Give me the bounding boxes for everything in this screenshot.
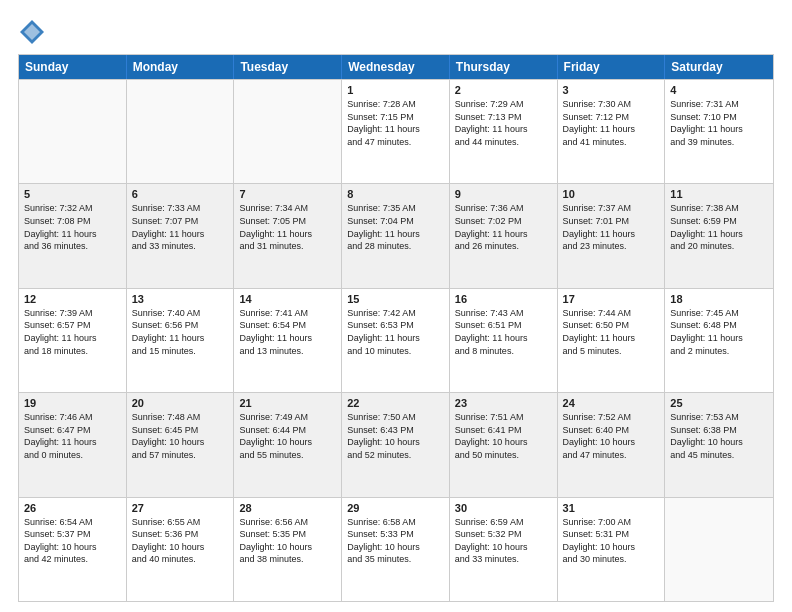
header	[18, 18, 774, 46]
cal-cell-2-5: 17Sunrise: 7:44 AM Sunset: 6:50 PM Dayli…	[558, 289, 666, 392]
cell-info-text: Sunrise: 7:50 AM Sunset: 6:43 PM Dayligh…	[347, 411, 444, 461]
cal-cell-0-3: 1Sunrise: 7:28 AM Sunset: 7:15 PM Daylig…	[342, 80, 450, 183]
day-number: 2	[455, 84, 552, 96]
cal-cell-2-6: 18Sunrise: 7:45 AM Sunset: 6:48 PM Dayli…	[665, 289, 773, 392]
cal-cell-0-1	[127, 80, 235, 183]
calendar-row-2: 12Sunrise: 7:39 AM Sunset: 6:57 PM Dayli…	[19, 288, 773, 392]
cal-cell-4-5: 31Sunrise: 7:00 AM Sunset: 5:31 PM Dayli…	[558, 498, 666, 601]
cal-cell-0-0	[19, 80, 127, 183]
day-number: 9	[455, 188, 552, 200]
cell-info-text: Sunrise: 7:42 AM Sunset: 6:53 PM Dayligh…	[347, 307, 444, 357]
calendar: SundayMondayTuesdayWednesdayThursdayFrid…	[18, 54, 774, 602]
day-number: 12	[24, 293, 121, 305]
day-number: 29	[347, 502, 444, 514]
cell-info-text: Sunrise: 7:28 AM Sunset: 7:15 PM Dayligh…	[347, 98, 444, 148]
cell-info-text: Sunrise: 7:44 AM Sunset: 6:50 PM Dayligh…	[563, 307, 660, 357]
day-number: 22	[347, 397, 444, 409]
day-number: 23	[455, 397, 552, 409]
calendar-header-row: SundayMondayTuesdayWednesdayThursdayFrid…	[19, 55, 773, 79]
cal-cell-3-0: 19Sunrise: 7:46 AM Sunset: 6:47 PM Dayli…	[19, 393, 127, 496]
calendar-row-3: 19Sunrise: 7:46 AM Sunset: 6:47 PM Dayli…	[19, 392, 773, 496]
cell-info-text: Sunrise: 7:53 AM Sunset: 6:38 PM Dayligh…	[670, 411, 768, 461]
cal-cell-3-3: 22Sunrise: 7:50 AM Sunset: 6:43 PM Dayli…	[342, 393, 450, 496]
cal-cell-4-3: 29Sunrise: 6:58 AM Sunset: 5:33 PM Dayli…	[342, 498, 450, 601]
day-number: 20	[132, 397, 229, 409]
cell-info-text: Sunrise: 6:58 AM Sunset: 5:33 PM Dayligh…	[347, 516, 444, 566]
cell-info-text: Sunrise: 7:52 AM Sunset: 6:40 PM Dayligh…	[563, 411, 660, 461]
cell-info-text: Sunrise: 7:48 AM Sunset: 6:45 PM Dayligh…	[132, 411, 229, 461]
header-cell-tuesday: Tuesday	[234, 55, 342, 79]
cal-cell-2-0: 12Sunrise: 7:39 AM Sunset: 6:57 PM Dayli…	[19, 289, 127, 392]
calendar-body: 1Sunrise: 7:28 AM Sunset: 7:15 PM Daylig…	[19, 79, 773, 601]
cal-cell-0-5: 3Sunrise: 7:30 AM Sunset: 7:12 PM Daylig…	[558, 80, 666, 183]
header-cell-monday: Monday	[127, 55, 235, 79]
cell-info-text: Sunrise: 7:45 AM Sunset: 6:48 PM Dayligh…	[670, 307, 768, 357]
cell-info-text: Sunrise: 6:59 AM Sunset: 5:32 PM Dayligh…	[455, 516, 552, 566]
header-cell-thursday: Thursday	[450, 55, 558, 79]
cal-cell-2-4: 16Sunrise: 7:43 AM Sunset: 6:51 PM Dayli…	[450, 289, 558, 392]
cell-info-text: Sunrise: 7:00 AM Sunset: 5:31 PM Dayligh…	[563, 516, 660, 566]
day-number: 11	[670, 188, 768, 200]
logo-icon	[18, 18, 46, 46]
cell-info-text: Sunrise: 7:37 AM Sunset: 7:01 PM Dayligh…	[563, 202, 660, 252]
day-number: 25	[670, 397, 768, 409]
header-cell-wednesday: Wednesday	[342, 55, 450, 79]
cell-info-text: Sunrise: 7:31 AM Sunset: 7:10 PM Dayligh…	[670, 98, 768, 148]
cal-cell-4-0: 26Sunrise: 6:54 AM Sunset: 5:37 PM Dayli…	[19, 498, 127, 601]
day-number: 6	[132, 188, 229, 200]
cal-cell-1-3: 8Sunrise: 7:35 AM Sunset: 7:04 PM Daylig…	[342, 184, 450, 287]
page: SundayMondayTuesdayWednesdayThursdayFrid…	[0, 0, 792, 612]
day-number: 27	[132, 502, 229, 514]
day-number: 4	[670, 84, 768, 96]
day-number: 19	[24, 397, 121, 409]
cal-cell-1-1: 6Sunrise: 7:33 AM Sunset: 7:07 PM Daylig…	[127, 184, 235, 287]
header-cell-friday: Friday	[558, 55, 666, 79]
day-number: 30	[455, 502, 552, 514]
day-number: 5	[24, 188, 121, 200]
day-number: 1	[347, 84, 444, 96]
cell-info-text: Sunrise: 7:30 AM Sunset: 7:12 PM Dayligh…	[563, 98, 660, 148]
cell-info-text: Sunrise: 6:55 AM Sunset: 5:36 PM Dayligh…	[132, 516, 229, 566]
cell-info-text: Sunrise: 7:51 AM Sunset: 6:41 PM Dayligh…	[455, 411, 552, 461]
cell-info-text: Sunrise: 7:49 AM Sunset: 6:44 PM Dayligh…	[239, 411, 336, 461]
day-number: 3	[563, 84, 660, 96]
cell-info-text: Sunrise: 7:35 AM Sunset: 7:04 PM Dayligh…	[347, 202, 444, 252]
day-number: 13	[132, 293, 229, 305]
cell-info-text: Sunrise: 7:40 AM Sunset: 6:56 PM Dayligh…	[132, 307, 229, 357]
cal-cell-0-6: 4Sunrise: 7:31 AM Sunset: 7:10 PM Daylig…	[665, 80, 773, 183]
cal-cell-4-4: 30Sunrise: 6:59 AM Sunset: 5:32 PM Dayli…	[450, 498, 558, 601]
day-number: 8	[347, 188, 444, 200]
day-number: 17	[563, 293, 660, 305]
cell-info-text: Sunrise: 7:43 AM Sunset: 6:51 PM Dayligh…	[455, 307, 552, 357]
cal-cell-1-0: 5Sunrise: 7:32 AM Sunset: 7:08 PM Daylig…	[19, 184, 127, 287]
cal-cell-1-6: 11Sunrise: 7:38 AM Sunset: 6:59 PM Dayli…	[665, 184, 773, 287]
cal-cell-0-4: 2Sunrise: 7:29 AM Sunset: 7:13 PM Daylig…	[450, 80, 558, 183]
day-number: 26	[24, 502, 121, 514]
cell-info-text: Sunrise: 7:36 AM Sunset: 7:02 PM Dayligh…	[455, 202, 552, 252]
day-number: 21	[239, 397, 336, 409]
day-number: 31	[563, 502, 660, 514]
day-number: 28	[239, 502, 336, 514]
cal-cell-3-1: 20Sunrise: 7:48 AM Sunset: 6:45 PM Dayli…	[127, 393, 235, 496]
day-number: 24	[563, 397, 660, 409]
header-cell-sunday: Sunday	[19, 55, 127, 79]
cal-cell-3-4: 23Sunrise: 7:51 AM Sunset: 6:41 PM Dayli…	[450, 393, 558, 496]
cal-cell-4-2: 28Sunrise: 6:56 AM Sunset: 5:35 PM Dayli…	[234, 498, 342, 601]
cell-info-text: Sunrise: 7:46 AM Sunset: 6:47 PM Dayligh…	[24, 411, 121, 461]
cal-cell-4-1: 27Sunrise: 6:55 AM Sunset: 5:36 PM Dayli…	[127, 498, 235, 601]
calendar-row-4: 26Sunrise: 6:54 AM Sunset: 5:37 PM Dayli…	[19, 497, 773, 601]
calendar-row-0: 1Sunrise: 7:28 AM Sunset: 7:15 PM Daylig…	[19, 79, 773, 183]
cal-cell-4-6	[665, 498, 773, 601]
cell-info-text: Sunrise: 7:32 AM Sunset: 7:08 PM Dayligh…	[24, 202, 121, 252]
cal-cell-2-1: 13Sunrise: 7:40 AM Sunset: 6:56 PM Dayli…	[127, 289, 235, 392]
cell-info-text: Sunrise: 7:33 AM Sunset: 7:07 PM Dayligh…	[132, 202, 229, 252]
cal-cell-2-3: 15Sunrise: 7:42 AM Sunset: 6:53 PM Dayli…	[342, 289, 450, 392]
cell-info-text: Sunrise: 7:38 AM Sunset: 6:59 PM Dayligh…	[670, 202, 768, 252]
cal-cell-3-2: 21Sunrise: 7:49 AM Sunset: 6:44 PM Dayli…	[234, 393, 342, 496]
day-number: 7	[239, 188, 336, 200]
cal-cell-2-2: 14Sunrise: 7:41 AM Sunset: 6:54 PM Dayli…	[234, 289, 342, 392]
cal-cell-1-4: 9Sunrise: 7:36 AM Sunset: 7:02 PM Daylig…	[450, 184, 558, 287]
cell-info-text: Sunrise: 6:56 AM Sunset: 5:35 PM Dayligh…	[239, 516, 336, 566]
cal-cell-1-2: 7Sunrise: 7:34 AM Sunset: 7:05 PM Daylig…	[234, 184, 342, 287]
cal-cell-3-5: 24Sunrise: 7:52 AM Sunset: 6:40 PM Dayli…	[558, 393, 666, 496]
